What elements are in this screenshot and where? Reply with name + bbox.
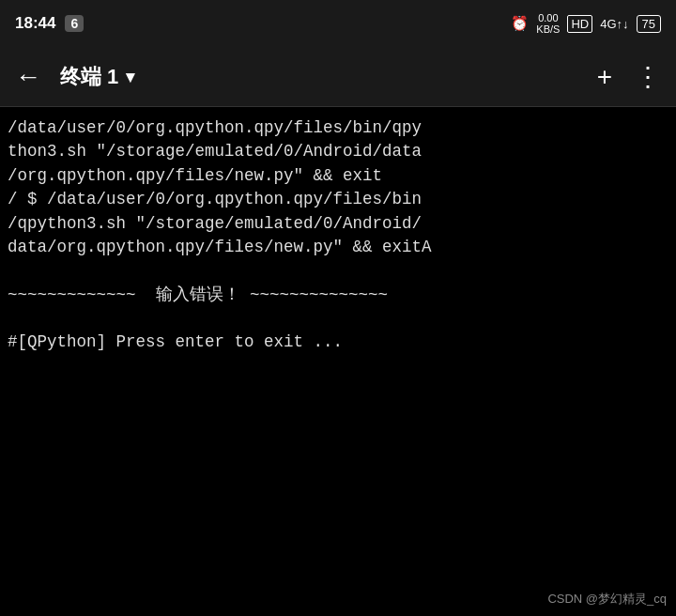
terminal-prompt-line: #[QPython] Press enter to exit ...: [8, 331, 668, 354]
terminal-line: [8, 307, 668, 331]
toolbar: ← 终端 1 ▾ + ⋮: [0, 47, 676, 107]
terminal-line: /qpython3.sh "/storage/emulated/0/Androi…: [8, 212, 668, 236]
hd-label: HD: [567, 15, 592, 33]
terminal-line: thon3.sh "/storage/emulated/0/Android/da…: [8, 140, 668, 163]
status-bar: 18:44 6 ⏰ 0.00KB/S HD 4G↑↓ 75: [0, 0, 676, 47]
data-speed: 0.00KB/S: [536, 12, 560, 35]
terminal-area[interactable]: /data/user/0/org.qpython.qpy/files/bin/q…: [0, 107, 676, 616]
status-right: ⏰ 0.00KB/S HD 4G↑↓ 75: [511, 12, 661, 35]
signal-label: 4G↑↓: [600, 17, 628, 31]
back-button[interactable]: ←: [15, 62, 41, 92]
terminal-error-line: ~~~~~~~~~~~~~ 输入错误！ ~~~~~~~~~~~~~~: [8, 284, 668, 307]
terminal-line: /org.qpython.qpy/files/new.py" && exit: [8, 164, 668, 188]
alarm-icon: ⏰: [511, 15, 529, 32]
terminal-output: /data/user/0/org.qpython.qpy/files/bin/q…: [8, 116, 668, 355]
dropdown-button[interactable]: ▾: [126, 67, 134, 87]
add-terminal-button[interactable]: +: [597, 62, 612, 92]
watermark: CSDN @梦幻精灵_cq: [547, 591, 667, 608]
battery-indicator: 75: [637, 15, 661, 33]
notification-badge: 6: [65, 15, 84, 32]
toolbar-actions: + ⋮: [597, 61, 661, 92]
terminal-line: /data/user/0/org.qpython.qpy/files/bin/q…: [8, 116, 668, 140]
terminal-title: 终端 1 ▾: [60, 63, 134, 91]
more-options-button[interactable]: ⋮: [635, 61, 661, 92]
status-time: 18:44: [15, 14, 55, 33]
terminal-line: / $ /data/user/0/org.qpython.qpy/files/b…: [8, 188, 668, 211]
terminal-line: [8, 259, 668, 283]
status-left: 18:44 6: [15, 14, 84, 33]
terminal-line: data/org.qpython.qpy/files/new.py" && ex…: [8, 236, 668, 259]
